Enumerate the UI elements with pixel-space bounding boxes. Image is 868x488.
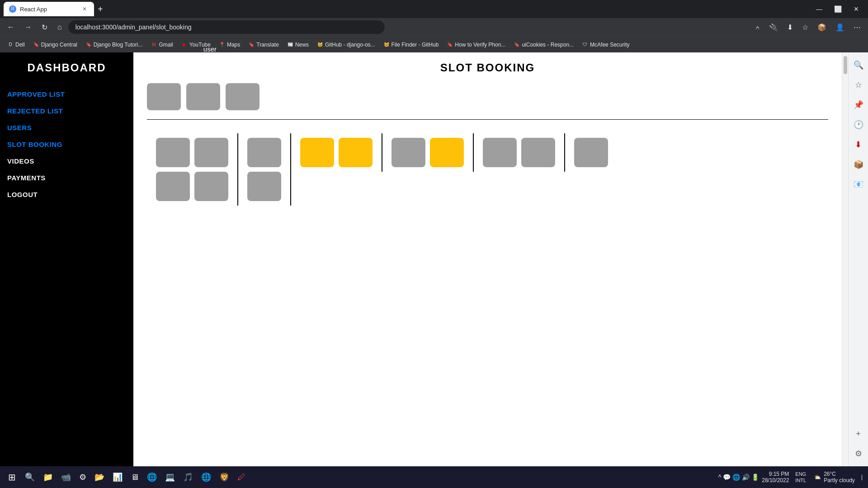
sidebar-collections-icon[interactable]: 📌 (849, 96, 868, 114)
address-input[interactable]: localhost:3000/admin_panel/slot_booking (68, 20, 385, 34)
more-icon[interactable]: ⋯ (850, 21, 864, 33)
taskbar-settings-button[interactable]: ⚙ (75, 468, 90, 486)
tab-bar: R React App ✕ + — ⬜ ✕ (0, 0, 868, 18)
taskbar-app-button[interactable]: 🖊 (234, 468, 249, 486)
start-button[interactable]: ⊞ (4, 469, 20, 485)
bookmark-github-django[interactable]: 🐱 GitHub - django-os... (313, 40, 379, 50)
sidebar-settings-icon[interactable]: ⚙ (849, 445, 868, 463)
sidebar-item-videos[interactable]: VIDEOS (7, 155, 126, 168)
sidebar-item-rejected-list[interactable]: REJECTED LIST (7, 104, 126, 117)
close-button[interactable]: ✕ (848, 2, 864, 16)
sidebar-history-icon[interactable]: 🕐 (849, 116, 868, 134)
browser-chrome: R React App ✕ + — ⬜ ✕ ← → ↻ ⌂ localhost:… (0, 0, 868, 52)
scrollbar-track[interactable] (842, 52, 848, 466)
filter-button-1[interactable] (147, 83, 181, 110)
slot-s1r2c1[interactable] (156, 172, 190, 201)
collections-icon[interactable]: 📦 (814, 21, 830, 33)
taskbar-files-button[interactable]: 📂 (91, 468, 108, 486)
sidebar-item-approved-list[interactable]: APPROVED LIST (7, 88, 126, 101)
sidebar-favorites-icon[interactable]: ☆ (849, 76, 868, 94)
slot-s3r1c2[interactable] (339, 138, 373, 167)
slot-s4r1c1[interactable] (392, 138, 425, 167)
bookmark-mcafee[interactable]: 🛡 McAfee Security (578, 40, 633, 50)
maximize-button[interactable]: ⬜ (829, 2, 847, 16)
sidebar-item-logout[interactable]: LOGOUT (7, 188, 126, 201)
download-icon[interactable]: ⬇ (783, 21, 797, 33)
taskbar-dell-button[interactable]: 🖥 (127, 468, 142, 486)
favorites-icon[interactable]: ☆ (798, 21, 812, 33)
taskbar-explorer-button[interactable]: 📁 (39, 468, 57, 486)
slot-s1r1c2[interactable] (194, 138, 228, 167)
bookmark-label: File Finder - GitHub (392, 42, 439, 48)
bookmark-label: Django Central (41, 42, 77, 48)
language-indicator[interactable]: ENG INTL (792, 471, 810, 484)
sidebar-office-icon[interactable]: 📦 (849, 155, 868, 174)
bookmark-gmail[interactable]: M Gmail (147, 40, 176, 50)
bookmark-maps[interactable]: 📍 Maps (215, 40, 244, 50)
taskbar-brave-button[interactable]: 🦁 (216, 468, 233, 486)
sidebar-downloads-icon[interactable]: ⬇ (849, 136, 868, 154)
back-button[interactable]: ← (4, 21, 18, 33)
dell-icon: D (7, 42, 14, 48)
slot-s6r1c1[interactable] (574, 138, 608, 167)
bookmark-verify-phone[interactable]: 🔖 How to Verify Phon... (443, 40, 509, 50)
bookmark-django-blog[interactable]: 🔖 Django Blog Tutori... (82, 40, 146, 50)
taskbar-clock[interactable]: 9:15 PM 28/10/2022 (760, 471, 791, 483)
locale-label: INTL (795, 477, 806, 483)
new-tab-button[interactable]: + (94, 2, 107, 16)
reload-button[interactable]: ↻ (38, 21, 51, 33)
slot-s1r2c2[interactable] (194, 172, 228, 201)
bookmark-dell[interactable]: D Dell (4, 40, 28, 50)
extensions-icon[interactable]: 🔌 (765, 21, 782, 33)
bookmark-translate[interactable]: 🔖 Translate (245, 40, 283, 50)
show-desktop-button[interactable]: | (859, 472, 864, 482)
maps-icon: 📍 (219, 42, 225, 48)
django-central-icon: 🔖 (33, 42, 39, 48)
tray-chat-icon[interactable]: 💬 (723, 474, 731, 481)
filter-button-2[interactable] (186, 83, 220, 110)
weather-widget[interactable]: ⛅ 26°C Partly cloudy (811, 469, 859, 485)
parking-section-6 (565, 133, 617, 172)
bookmark-label: Dell (15, 42, 25, 48)
slot-s5r1c2[interactable] (521, 138, 555, 167)
scrollbar-thumb[interactable] (844, 56, 847, 74)
tray-expand-icon[interactable]: ^ (718, 474, 722, 481)
tray-volume-icon[interactable]: 🔊 (742, 474, 750, 481)
taskbar-edge-button[interactable]: 🌐 (143, 468, 160, 486)
sidebar-add-icon[interactable]: + (849, 425, 868, 443)
page-title: SLOT BOOKING (147, 61, 828, 74)
active-tab[interactable]: R React App ✕ (4, 2, 94, 16)
taskbar-edge2-button[interactable]: 🌐 (198, 468, 215, 486)
slot-s2r2c1[interactable] (247, 172, 281, 201)
sidebar-outlook-icon[interactable]: 📧 (849, 175, 868, 193)
bookmark-news[interactable]: 📰 News (283, 40, 312, 50)
home-button[interactable]: ⌂ (54, 21, 66, 33)
tab-close-button[interactable]: ✕ (80, 5, 89, 13)
reader-icon[interactable]: ⍲ (752, 21, 764, 33)
bookmark-django-central[interactable]: 🔖 Django Central (29, 40, 81, 50)
minimize-button[interactable]: — (811, 2, 828, 16)
sidebar-item-payments[interactable]: PAYMENTS (7, 171, 126, 184)
slot-s3r1c1[interactable] (300, 138, 334, 167)
taskbar-teams-button[interactable]: 📹 (57, 468, 75, 486)
taskbar-office-button[interactable]: 📊 (109, 468, 126, 486)
slot-s1r1c1[interactable] (156, 138, 190, 167)
profile-icon[interactable]: 👤 (832, 21, 848, 33)
sidebar-item-slot-booking[interactable]: SLOT BOOKING (7, 138, 126, 151)
tray-network-icon[interactable]: 🌐 (732, 474, 740, 481)
slot-s5r1c1[interactable] (483, 138, 517, 167)
taskbar-search-button[interactable]: 🔍 (21, 468, 38, 486)
slot-s2r1c1[interactable] (247, 138, 281, 167)
taskbar-vscode-button[interactable]: 💻 (161, 468, 179, 486)
parking-row (574, 138, 608, 167)
sidebar-item-users[interactable]: USERS (7, 121, 126, 134)
tray-battery-icon[interactable]: 🔋 (751, 474, 759, 481)
slot-s4r1c2[interactable] (430, 138, 464, 167)
forward-button[interactable]: → (21, 21, 35, 33)
news-icon: 📰 (287, 42, 293, 48)
filter-button-3[interactable] (226, 83, 259, 110)
bookmark-file-finder[interactable]: 🐱 File Finder - GitHub (380, 40, 443, 50)
sidebar-search-icon[interactable]: 🔍 (849, 56, 868, 74)
bookmark-uicookies[interactable]: 🔖 uiCookies - Respon... (510, 40, 577, 50)
taskbar-vlc-button[interactable]: 🎵 (179, 468, 197, 486)
